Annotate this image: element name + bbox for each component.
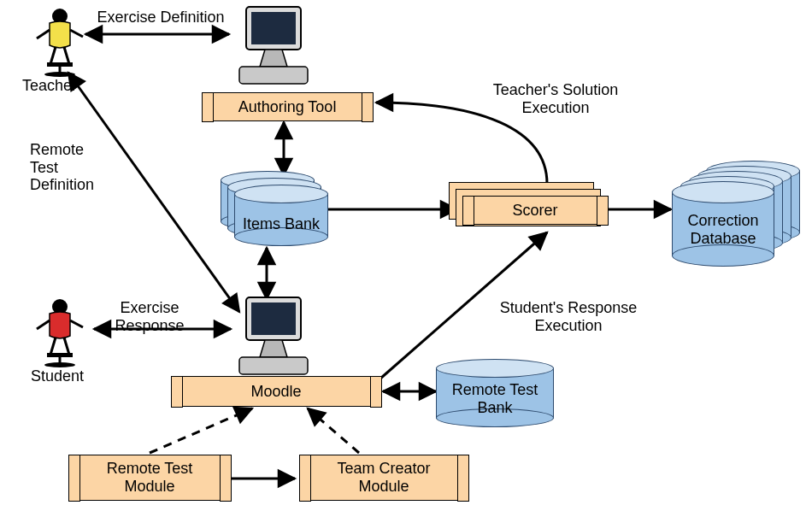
authoring-monitor-icon <box>231 0 316 90</box>
svg-rect-17 <box>47 62 73 67</box>
svg-line-22 <box>70 320 83 327</box>
remote-test-bank-cyl: Remote Test Bank <box>436 359 554 427</box>
student-label: Student <box>19 367 96 385</box>
diagram-stage: { "actors": { "teacher": "Teacher", "stu… <box>0 0 812 511</box>
svg-line-13 <box>37 30 50 38</box>
svg-rect-30 <box>239 67 308 84</box>
svg-rect-33 <box>239 357 308 374</box>
edge-teacher-solution: Teacher's Solution Execution <box>470 81 641 116</box>
svg-line-10 <box>308 408 359 453</box>
svg-line-16 <box>64 47 69 64</box>
edge-student-response: Student's Response Execution <box>474 299 662 334</box>
moodle-label: Moodle <box>235 383 316 401</box>
scorer-label: Scorer <box>497 202 573 220</box>
authoring-tool-label: Authoring Tool <box>223 98 352 116</box>
scorer-box: Scorer <box>462 196 608 225</box>
items-bank-cyl-front: Items Bank <box>234 185 328 246</box>
edge-exercise-response: Exercise Response <box>98 299 201 334</box>
remote-test-bank-label: Remote Test Bank <box>436 381 554 417</box>
svg-line-15 <box>50 47 56 64</box>
edge-exercise-definition: Exercise Definition <box>88 9 233 26</box>
moodle-box: Moodle <box>171 376 381 407</box>
remote-test-module-label: Remote Test Module <box>91 460 209 496</box>
authoring-tool-box: Authoring Tool <box>202 92 373 121</box>
svg-rect-32 <box>251 302 296 335</box>
svg-line-14 <box>70 30 83 37</box>
edge-remote-test-definition: Remote Test Definition <box>30 141 115 194</box>
svg-rect-25 <box>47 353 73 357</box>
correction-db-1: Correction Database <box>672 181 774 267</box>
svg-line-9 <box>150 408 252 453</box>
svg-line-21 <box>37 320 50 329</box>
remote-test-module-box: Remote Test Module <box>68 455 231 501</box>
student-icon <box>21 295 90 367</box>
team-creator-module-label: Team Creator Module <box>321 460 445 496</box>
correction-db-label: Correction Database <box>672 212 774 248</box>
moodle-monitor-icon <box>231 291 316 380</box>
teacher-label: Teacher <box>11 77 88 95</box>
svg-line-24 <box>64 338 69 355</box>
team-creator-module-box: Team Creator Module <box>299 455 468 501</box>
teacher-icon <box>21 4 90 77</box>
items-bank-label: Items Bank <box>234 215 328 233</box>
svg-rect-29 <box>251 12 296 44</box>
svg-line-23 <box>50 338 56 355</box>
